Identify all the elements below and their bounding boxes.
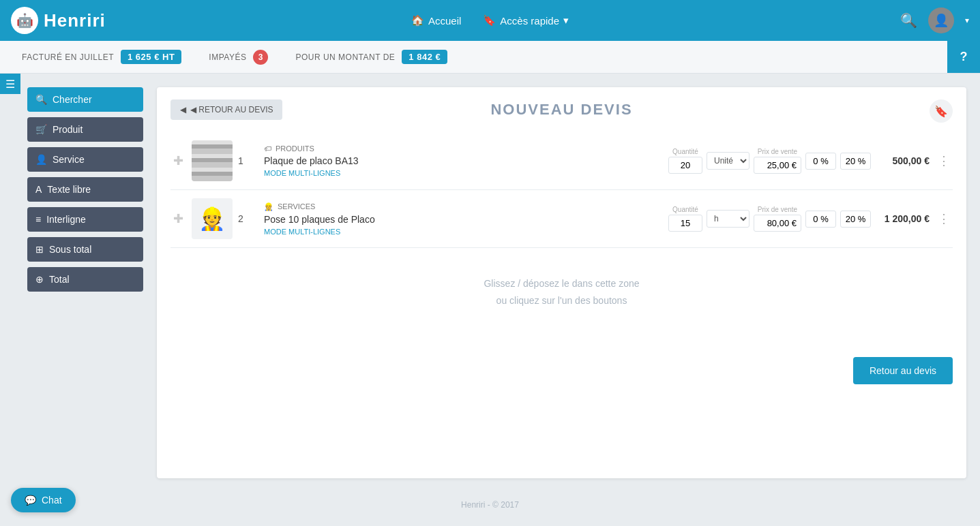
home-icon: 🏠 — [411, 14, 424, 27]
produit-button[interactable]: 🛒 Produit — [27, 117, 143, 142]
help-button[interactable]: ? — [947, 41, 980, 73]
avatar[interactable]: 👤 — [928, 7, 954, 33]
interligne-button[interactable]: ≡ Interligne — [27, 207, 143, 232]
total-label: Total — [49, 274, 70, 285]
page-header: ◀ ◀ RETOUR AU DEVIS NOUVEAU DEVIS 🔖 — [157, 87, 966, 125]
service-image: 👷 — [192, 198, 233, 239]
price-input[interactable] — [754, 157, 801, 174]
logo: 🤖 Henriri — [11, 7, 106, 34]
line-type: 👷 SERVICES — [264, 202, 663, 211]
quote-content: ✚ 1 🏷 PRODUITS Plaque de placo BA13 MODE… — [157, 125, 966, 350]
drop-zone-line1: Glissez / déposez le dans cette zone — [184, 275, 939, 292]
more-options-button[interactable]: ⋮ — [935, 198, 953, 239]
main-wrapper: 🔍 Chercher 🛒 Produit 👤 Service A Texte l… — [0, 74, 980, 492]
center-panel: ◀ ◀ RETOUR AU DEVIS NOUVEAU DEVIS 🔖 ✚ 1 … — [157, 87, 966, 478]
chat-button[interactable]: 💬 Chat — [11, 488, 76, 512]
back-label: ◀ RETOUR AU DEVIS — [190, 105, 273, 114]
qty-input[interactable] — [668, 157, 702, 174]
montant-item: POUR UN MONTANT DE 1 842 € — [295, 50, 447, 64]
footer: Henriri - © 2017 — [0, 492, 980, 518]
avatar-caret-icon[interactable]: ▾ — [965, 16, 969, 25]
line-name: Pose 10 plaques de Placo — [264, 214, 663, 225]
return-button[interactable]: Retour au devis — [853, 357, 953, 384]
sous-total-button[interactable]: ⊞ Sous total — [27, 237, 143, 262]
qty-group: Quantité — [668, 148, 702, 174]
footer-text: Henriri - © 2017 — [461, 500, 519, 510]
service-label: Service — [53, 154, 85, 165]
back-icon: ◀ — [180, 105, 186, 114]
chercher-button[interactable]: 🔍 Chercher — [27, 87, 143, 112]
sous-total-icon: ⊞ — [35, 244, 44, 255]
line-total: 1 200,00 € — [875, 213, 930, 224]
qty-group: Quantité — [668, 206, 702, 232]
line-info: 👷 SERVICES Pose 10 plaques de Placo MODE… — [264, 198, 663, 239]
unit-select[interactable]: Unité h m² — [707, 152, 749, 170]
table-row: ✚ 1 🏷 PRODUITS Plaque de placo BA13 MODE… — [170, 132, 953, 190]
mode-multi-lignes-link[interactable]: MODE MULTI-LIGNES — [264, 169, 663, 177]
bookmark-button[interactable]: 🔖 — [930, 99, 953, 123]
service-thumbnail: 👷 — [192, 198, 233, 239]
drag-handle-icon[interactable]: ✚ — [170, 140, 186, 181]
drag-handle-icon[interactable]: ✚ — [170, 198, 186, 239]
service-button[interactable]: 👤 Service — [27, 147, 143, 172]
product-image — [192, 140, 233, 181]
back-button[interactable]: ◀ ◀ RETOUR AU DEVIS — [170, 99, 282, 120]
chevron-down-icon: ▾ — [563, 14, 569, 27]
type-label: PRODUITS — [276, 144, 314, 153]
line-total: 500,00 € — [875, 155, 930, 166]
price-label: Prix de vente — [758, 148, 797, 155]
interligne-label: Interligne — [46, 214, 86, 225]
qty-input[interactable] — [668, 215, 702, 232]
facture-label: FACTURÉ EN JUILLET — [22, 52, 114, 62]
left-panel: 🔍 Chercher 🛒 Produit 👤 Service A Texte l… — [27, 87, 143, 478]
price-group: Prix de vente — [754, 206, 801, 232]
placo-thumbnail — [192, 140, 233, 181]
texte-libre-icon: A — [35, 184, 42, 195]
discount-input[interactable] — [805, 211, 836, 228]
sous-total-label: Sous total — [49, 244, 91, 255]
chat-label: Chat — [42, 495, 62, 506]
line-controls: Quantité h Unité m² Prix de vente 1 200 — [668, 198, 930, 239]
sidebar-toggle-button[interactable]: ☰ — [0, 74, 20, 94]
more-options-button[interactable]: ⋮ — [935, 140, 953, 181]
bookmark-icon: 🔖 — [934, 105, 948, 118]
total-icon: ⊕ — [35, 274, 44, 285]
nav-acces-rapide[interactable]: 🔖 Accès rapide ▾ — [483, 14, 569, 27]
tax-input[interactable] — [840, 211, 871, 228]
nav-accueil[interactable]: 🏠 Accueil — [411, 14, 461, 27]
logo-text: Henriri — [44, 10, 106, 31]
tax-input[interactable] — [840, 153, 871, 170]
header-nav: 🏠 Accueil 🔖 Accès rapide ▾ — [411, 14, 569, 27]
search-icon[interactable]: 🔍 — [900, 12, 917, 29]
line-number: 1 — [238, 140, 258, 181]
type-icon: 👷 — [264, 202, 273, 211]
chercher-label: Chercher — [53, 94, 92, 105]
type-label: SERVICES — [278, 202, 315, 211]
info-bar: FACTURÉ EN JUILLET 1 625 € HT IMPAYÉS 3 … — [0, 41, 980, 74]
line-name: Plaque de placo BA13 — [264, 155, 663, 166]
table-row: ✚ 👷 2 👷 SERVICES Pose 10 plaques de Plac… — [170, 190, 953, 248]
texte-libre-button[interactable]: A Texte libre — [27, 177, 143, 202]
line-controls: Quantité Unité h m² Prix de vente 500,0 — [668, 140, 930, 181]
total-button[interactable]: ⊕ Total — [27, 267, 143, 292]
qty-label: Quantité — [672, 206, 698, 213]
discount-input[interactable] — [805, 153, 836, 170]
header-right: 🔍 👤 ▾ — [900, 7, 969, 33]
service-icon: 👤 — [35, 154, 47, 165]
produit-icon: 🛒 — [35, 124, 47, 135]
nav-acces-rapide-label: Accès rapide — [500, 15, 559, 27]
impayes-label: IMPAYÉS — [209, 52, 246, 62]
price-input[interactable] — [754, 215, 801, 232]
type-icon: 🏷 — [264, 144, 271, 153]
return-area: Retour au devis — [157, 350, 966, 398]
mode-multi-lignes-link[interactable]: MODE MULTI-LIGNES — [264, 228, 663, 236]
logo-robot-icon: 🤖 — [11, 7, 38, 34]
produit-label: Produit — [53, 124, 83, 135]
impayes-item: IMPAYÉS 3 — [209, 50, 268, 65]
impayes-count-badge: 3 — [253, 50, 268, 65]
price-group: Prix de vente — [754, 148, 801, 174]
nav-accueil-label: Accueil — [428, 15, 461, 27]
worker-icon: 👷 — [198, 208, 226, 230]
facture-item: FACTURÉ EN JUILLET 1 625 € HT — [22, 50, 181, 64]
unit-select[interactable]: h Unité m² — [707, 210, 749, 228]
